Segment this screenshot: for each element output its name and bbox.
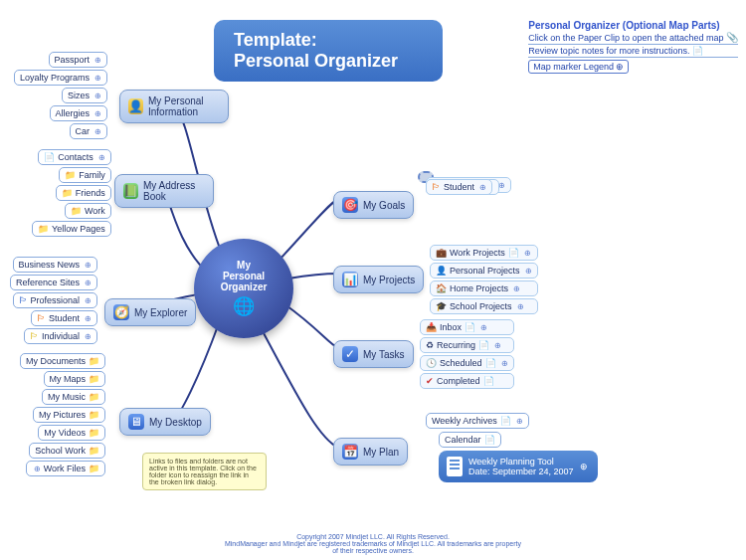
leaves-address-book: 📄Contacts⊕ 📁Family 📁Friends 📁Work 📁Yello… — [32, 149, 111, 237]
branch-label: My Projects — [363, 275, 415, 285]
leaf-mydocs[interactable]: My Documents 📁 — [20, 353, 105, 369]
branch-desktop[interactable]: 🖥 My Desktop — [119, 408, 211, 436]
leaf-mypics[interactable]: My Pictures 📁 — [33, 407, 105, 423]
folder-icon: 📁 — [62, 188, 73, 198]
leaf-prof[interactable]: 🏳Professional⊕ — [13, 292, 98, 308]
leaf-work[interactable]: 📁Work — [65, 203, 111, 219]
folder-icon: 📁 — [89, 392, 99, 402]
compass-icon: 🧭 — [113, 304, 129, 320]
home-icon: 🏠 — [436, 283, 447, 293]
check-icon: ✔ — [426, 376, 434, 386]
paperclip-icon[interactable]: 📎 — [726, 32, 738, 43]
goals-group: 🏳Professional⊕ 🏳Individual⊕ 🏳Student⊕ — [418, 171, 434, 183]
folder-icon: 📁 — [89, 356, 99, 366]
leaves-personal-info: Passport⊕ Loyalty Programs⊕ Sizes⊕ Aller… — [14, 52, 107, 139]
leaves-tasks: 📥Inbox 📄⊕ ♻Recurring 📄⊕ 🕓Scheduled 📄⊕ ✔C… — [420, 319, 514, 389]
leaf-completed[interactable]: ✔Completed 📄 — [420, 373, 514, 389]
leaf-schoolproj[interactable]: 🎓School Projects⊕ — [430, 298, 538, 314]
person-icon: 👤 — [128, 98, 143, 114]
branch-label: My Plan — [363, 447, 399, 458]
folder-icon: 📁 — [89, 446, 99, 456]
leaf-calendar[interactable]: Calendar 📄 — [439, 432, 501, 448]
expand-icon[interactable]: ⊕ — [94, 127, 101, 136]
copyright-text: Copyright 2007 Mindjet LLC. All Rights R… — [224, 533, 522, 554]
target-icon: 🎯 — [342, 197, 358, 213]
branch-goals[interactable]: 🎯 My Goals — [333, 191, 414, 219]
globe-icon: 🌐 — [233, 295, 255, 317]
branch-label: My Goals — [363, 200, 405, 211]
leaves-explorer: Business News⊕ Reference Sites⊕ 🏳Profess… — [10, 257, 97, 344]
inbox-icon: 📥 — [426, 322, 437, 332]
leaf-workproj[interactable]: 💼Work Projects 📄⊕ — [430, 245, 538, 261]
tasks-icon: ✓ — [342, 346, 358, 362]
leaf-yellowpages[interactable]: 📁Yellow Pages — [32, 221, 111, 237]
callout-note: Links to files and folders are not activ… — [142, 453, 267, 490]
book-icon: 📗 — [123, 183, 138, 199]
branch-explorer[interactable]: 🧭 My Explorer — [104, 298, 196, 326]
folder-icon: 📁 — [38, 224, 49, 234]
expand-icon[interactable]: ⊕ — [94, 109, 101, 118]
desktop-icon: 🖥 — [128, 414, 144, 430]
leaf-recurring[interactable]: ♻Recurring 📄⊕ — [420, 337, 514, 353]
leaf-passport[interactable]: Passport⊕ — [49, 52, 108, 68]
leaf-sizes[interactable]: Sizes⊕ — [62, 88, 107, 103]
tool-date: Date: September 24, 2007 — [468, 467, 574, 476]
leaf-refsites[interactable]: Reference Sites⊕ — [10, 275, 97, 290]
recycle-icon: ♻ — [426, 340, 434, 350]
branch-personal-info[interactable]: 👤 My Personal Information — [119, 90, 229, 123]
leaves-projects: 💼Work Projects 📄⊕ 👤Personal Projects⊕ 🏠H… — [430, 245, 538, 314]
leaves-desktop: My Documents 📁 My Maps 📁 My Music 📁 My P… — [20, 353, 105, 476]
doc-icon: 📄 — [44, 152, 55, 162]
leaf-mymusic[interactable]: My Music 📁 — [42, 389, 105, 405]
leaf-schoolwork[interactable]: School Work 📁 — [29, 443, 105, 459]
leaf-individual[interactable]: 🏳Individual⊕ — [24, 328, 97, 344]
clock-icon: 🕓 — [426, 358, 437, 368]
branch-projects[interactable]: 📊 My Projects — [333, 266, 424, 293]
expand-icon[interactable]: ⊕ — [94, 56, 101, 65]
flag-icon: 🏳 — [30, 331, 39, 341]
folder-icon: 📁 — [65, 170, 76, 180]
weekly-planning-tool[interactable]: Weekly Planning Tool Date: September 24,… — [439, 451, 598, 482]
leaf-student[interactable]: 🏳Student⊕ — [31, 310, 97, 326]
leaf-allergies[interactable]: Allergies⊕ — [50, 105, 108, 121]
leaf-biznews[interactable]: Business News⊕ — [13, 257, 98, 273]
branch-address-book[interactable]: 📗 My Address Book — [114, 174, 214, 208]
leaf-weekly-archives[interactable]: Weekly Archives 📄⊕ — [426, 413, 529, 429]
person-icon: 👤 — [436, 266, 447, 276]
expand-icon[interactable]: ⊕ — [94, 74, 101, 83]
folder-icon: 📁 — [89, 374, 99, 384]
calendar-icon: 📅 — [342, 444, 358, 460]
central-node[interactable]: My Personal Organizer 🌐 — [194, 239, 293, 338]
branch-label: My Personal Information — [148, 95, 220, 117]
leaf-loyalty[interactable]: Loyalty Programs⊕ — [14, 70, 107, 86]
leaf-mymaps[interactable]: My Maps 📁 — [44, 371, 106, 387]
leaf-workfiles[interactable]: ⊕Work Files 📁 — [26, 461, 105, 476]
leaf-persproj[interactable]: 👤Personal Projects⊕ — [430, 263, 538, 279]
doc-icon — [447, 457, 463, 476]
leaf-contacts[interactable]: 📄Contacts⊕ — [38, 149, 111, 165]
central-label: My Personal Organizer — [221, 260, 268, 292]
leaf-car[interactable]: Car⊕ — [70, 123, 108, 139]
expand-icon[interactable]: ⊕ — [580, 462, 588, 471]
leaf-friends[interactable]: 📁Friends — [56, 185, 111, 201]
expand-icon[interactable]: ⊕ — [94, 92, 101, 100]
leaf-homeproj[interactable]: 🏠Home Projects⊕ — [430, 280, 538, 296]
leaf-goal-stu[interactable]: 🏳Student⊕ — [426, 179, 492, 195]
branch-label: My Desktop — [149, 417, 202, 428]
briefcase-icon: 💼 — [436, 248, 447, 258]
leaf-scheduled[interactable]: 🕓Scheduled 📄⊕ — [420, 355, 514, 371]
flag-icon: 🏳 — [19, 295, 28, 305]
branch-plan[interactable]: 📅 My Plan — [333, 438, 408, 466]
leaf-family[interactable]: 📁Family — [59, 167, 111, 183]
leaf-myvideos[interactable]: My Videos 📁 — [38, 425, 105, 441]
note-icon[interactable]: 📄 — [692, 46, 703, 56]
branch-label: My Address Book — [143, 180, 205, 202]
folder-icon: 📁 — [89, 464, 99, 473]
template-title: Template: Personal Organizer — [214, 20, 443, 82]
branch-tasks[interactable]: ✓ My Tasks — [333, 340, 414, 368]
leaf-inbox[interactable]: 📥Inbox 📄⊕ — [420, 319, 514, 335]
expand-icon[interactable]: ⊕ — [616, 62, 624, 72]
folder-icon: 📁 — [71, 206, 82, 216]
folder-icon: 📁 — [89, 410, 99, 420]
tool-title: Weekly Planning Tool — [468, 457, 574, 467]
